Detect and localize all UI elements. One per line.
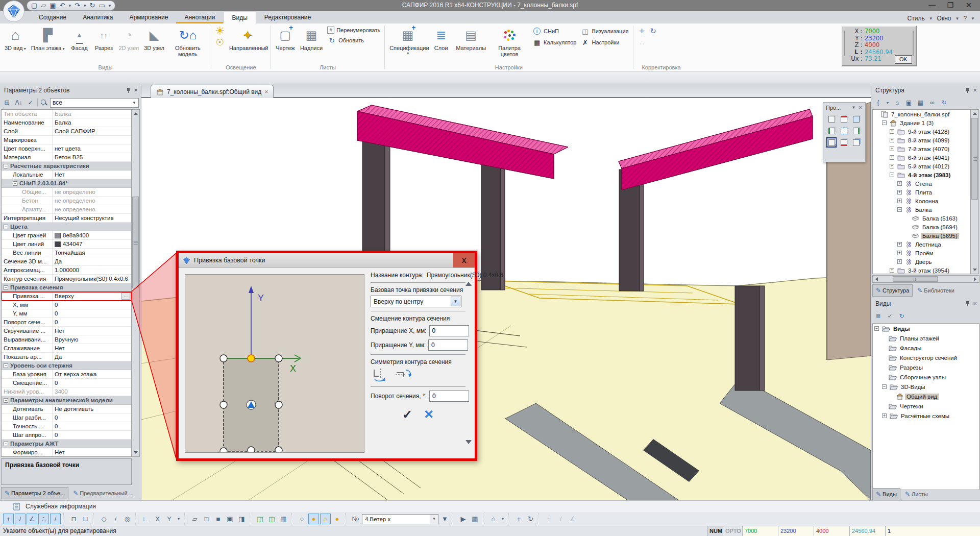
style-menu[interactable]: Стиль [905, 15, 927, 22]
labels-button[interactable]: ▦Надписи [299, 26, 324, 64]
scroll-down-icon[interactable] [465, 444, 472, 451]
tree-item[interactable]: −Балка [873, 205, 970, 214]
snap-plane-icon[interactable]: ◇ [99, 514, 109, 524]
restore-button[interactable]: ❐ [941, 0, 960, 11]
property-group[interactable]: −Уровень оси стержня [2, 361, 131, 370]
dx-input[interactable] [429, 325, 469, 336]
tree-item[interactable]: +Лестница [873, 240, 970, 249]
lock-y-icon[interactable]: Y [164, 514, 175, 524]
update-model-button[interactable]: ↻⌂Обновить модель [168, 26, 208, 64]
expander-icon[interactable]: − [890, 173, 894, 177]
dialog-close-button[interactable]: X [453, 253, 475, 267]
collapse-icon[interactable]: − [4, 285, 8, 290]
release-pin-icon[interactable]: ⊔ [80, 514, 91, 524]
property-row[interactable]: Поворот сече...0 [2, 318, 131, 327]
property-row[interactable]: Привязка ...Вверху... [2, 292, 131, 301]
tree-item[interactable]: +Стена [873, 179, 970, 188]
mirror-vertical-icon[interactable] [371, 368, 388, 383]
property-row[interactable]: Нижний уров...3400 [2, 387, 131, 396]
tree-item[interactable]: +Колонна [873, 197, 970, 205]
property-group[interactable]: −Параметры АЖТ [2, 440, 131, 448]
property-row[interactable]: X, мм0 [2, 301, 131, 309]
tree-item[interactable]: Общий вид [873, 392, 979, 401]
tree-item[interactable]: +Проём [873, 249, 970, 257]
facade-button[interactable]: ▲Фасад [68, 26, 90, 64]
expander-icon[interactable]: + [890, 155, 894, 160]
property-grid-scrollbar[interactable] [131, 109, 140, 457]
expander-icon[interactable]: + [897, 190, 902, 194]
light-scene-icon[interactable]: ⌂ [320, 514, 331, 524]
filter-branch-icon[interactable]: { [873, 98, 883, 108]
tree-item[interactable]: Конструктор сечений [873, 353, 979, 362]
right-view-icon[interactable] [851, 126, 862, 136]
light-sun-icon[interactable]: ● [332, 514, 342, 524]
color-palette-button[interactable]: Палитра цветов [489, 26, 529, 64]
tree-item[interactable]: Чертежи [873, 401, 979, 411]
current-view-icon[interactable] [826, 137, 837, 148]
property-row[interactable]: Шаг аппро...0 [2, 431, 131, 440]
building-view-icon[interactable]: ⌂ [892, 98, 902, 108]
load-case-combo[interactable]: 4.Ветер x▼ [362, 514, 438, 524]
renumber-button[interactable]: #Перенумеровать [327, 27, 380, 34]
tree-item[interactable]: Балка (5694) [873, 223, 970, 231]
redo-arrow-icon[interactable]: ▾ [84, 1, 86, 10]
display-shaded-icon[interactable]: ■ [213, 514, 224, 524]
display-wireframe-icon[interactable]: ▱ [189, 514, 200, 524]
tab-Структура[interactable]: ✎Структура [872, 284, 913, 297]
tree-item[interactable]: Сборочные узлы [873, 372, 979, 382]
snip-button[interactable]: ⓘСНиП [532, 27, 576, 36]
structure-scrollbar[interactable] [970, 109, 979, 274]
rotate-tool-icon[interactable]: ↻ [649, 27, 658, 36]
close-icon[interactable]: × [973, 301, 977, 306]
section-view-2-icon[interactable]: ◫ [266, 514, 277, 524]
2d-node-button[interactable]: ◔2D узел [117, 26, 140, 64]
tab-Виды[interactable]: ✎Виды [872, 488, 900, 500]
property-row[interactable]: Выравнивани...Вручную [2, 335, 131, 344]
collapse-icon[interactable]: − [4, 398, 8, 403]
ellipsis-button[interactable]: ... [121, 293, 130, 300]
pin-icon[interactable] [965, 87, 970, 93]
collapse-icon[interactable]: − [4, 442, 8, 446]
close-icon[interactable]: × [973, 88, 977, 93]
property-row[interactable]: Показать ар...Да [2, 353, 131, 361]
tree-item[interactable]: +Дверь [873, 257, 970, 266]
tree-item[interactable]: Разрезы [873, 362, 979, 372]
property-row[interactable]: Общие...не определено [2, 188, 131, 197]
search-binoculars-icon[interactable]: ∞ [927, 98, 937, 108]
chevron-down-icon[interactable]: ▼ [851, 105, 855, 110]
property-row[interactable]: НаименованиеБалка [2, 118, 131, 127]
iso-view-icon[interactable] [826, 114, 837, 124]
tree-item[interactable]: +Расчётные схемы [873, 411, 979, 421]
tab-Виды[interactable]: Виды [223, 12, 256, 23]
expander-icon[interactable]: + [890, 129, 894, 134]
snap-node-icon[interactable]: ∴ [38, 514, 49, 524]
settings-button[interactable]: ✗Настройки [580, 38, 628, 47]
layers-button[interactable]: ≣Слои [430, 26, 452, 64]
collapse-icon[interactable]: − [4, 363, 8, 368]
expander-icon[interactable]: − [874, 326, 879, 331]
tree-item[interactable]: +Плита [873, 188, 970, 197]
dialog-cancel-button[interactable]: ✕ [424, 409, 434, 420]
front-view-icon[interactable] [851, 114, 862, 124]
property-row[interactable]: Контур сеченияПрямоугольник(S0) 0.4x0.6 [2, 275, 131, 283]
window-menu[interactable]: Окно [935, 15, 953, 22]
tab-Армирование[interactable]: Армирование [121, 12, 177, 23]
rotate-disabled-icon[interactable]: ∠ [567, 514, 578, 524]
display-settings-icon[interactable]: ◨ [236, 514, 247, 524]
property-row[interactable]: Скручивание ...Нет [2, 327, 131, 335]
light-off-icon[interactable]: ○ [297, 514, 307, 524]
property-row[interactable]: Шаг разби...0 [2, 413, 131, 422]
section-view-1-icon[interactable]: ◫ [255, 514, 265, 524]
update-model-icon[interactable]: ↻ [89, 1, 95, 10]
collapse-icon[interactable]: − [13, 181, 17, 186]
close-icon[interactable]: × [859, 105, 863, 110]
pin-icon[interactable] [965, 301, 970, 307]
property-row[interactable]: ЛокальныеНет [2, 170, 131, 179]
property-row[interactable]: Цвет граней8e8a9400 [2, 231, 131, 240]
tab-Параметры 2 объе...[interactable]: ✎Параметры 2 объе... [1, 487, 68, 499]
display-grid-icon[interactable]: ▦ [278, 514, 289, 524]
tree-item[interactable]: Балка (5163) [873, 214, 970, 223]
expander-icon[interactable]: + [897, 242, 902, 247]
property-row[interactable]: ДотягиватьНе дотягивать [2, 405, 131, 413]
apply-more-icon[interactable]: ▾ [500, 514, 506, 524]
